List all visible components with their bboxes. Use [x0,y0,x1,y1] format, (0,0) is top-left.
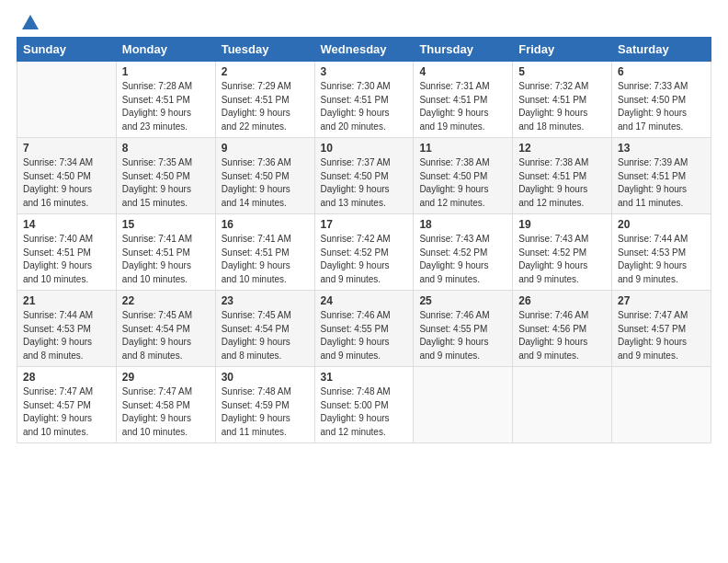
day-number: 27 [618,294,705,307]
day-number: 12 [518,142,606,155]
weekday-header-monday: Monday [116,38,215,62]
day-number: 9 [222,142,309,155]
weekday-header-row: SundayMondayTuesdayWednesdayThursdayFrid… [17,38,711,62]
day-info: Sunrise: 7:42 AM Sunset: 4:52 PM Dayligh… [321,233,408,286]
calendar-cell [612,367,711,443]
day-number: 11 [419,142,506,155]
calendar-cell: 28Sunrise: 7:47 AM Sunset: 4:57 PM Dayli… [17,367,117,443]
calendar-week-3: 14Sunrise: 7:40 AM Sunset: 4:51 PM Dayli… [17,214,711,291]
weekday-header-thursday: Thursday [414,38,513,62]
weekday-header-sunday: Sunday [17,38,117,62]
day-number: 21 [23,294,110,307]
weekday-header-tuesday: Tuesday [215,38,314,62]
calendar-cell: 22Sunrise: 7:45 AM Sunset: 4:54 PM Dayli… [116,291,215,367]
day-number: 5 [518,65,606,78]
svg-marker-0 [22,15,39,29]
calendar-cell: 2Sunrise: 7:29 AM Sunset: 4:51 PM Daylig… [215,62,314,138]
day-info: Sunrise: 7:34 AM Sunset: 4:50 PM Dayligh… [23,156,110,210]
day-info: Sunrise: 7:46 AM Sunset: 4:55 PM Dayligh… [321,309,408,362]
calendar-cell: 19Sunrise: 7:43 AM Sunset: 4:52 PM Dayli… [513,214,612,291]
logo [17,13,40,31]
day-info: Sunrise: 7:37 AM Sunset: 4:50 PM Dayligh… [321,156,408,210]
calendar-cell: 12Sunrise: 7:38 AM Sunset: 4:51 PM Dayli… [513,138,612,214]
day-number: 25 [419,294,506,307]
day-number: 26 [518,294,606,307]
calendar-cell [513,367,612,443]
day-info: Sunrise: 7:48 AM Sunset: 5:00 PM Dayligh… [321,385,408,439]
calendar-cell: 29Sunrise: 7:47 AM Sunset: 4:58 PM Dayli… [116,367,215,443]
calendar-cell: 31Sunrise: 7:48 AM Sunset: 5:00 PM Dayli… [314,367,414,443]
day-info: Sunrise: 7:46 AM Sunset: 4:55 PM Dayligh… [419,309,506,362]
calendar-cell: 16Sunrise: 7:41 AM Sunset: 4:51 PM Dayli… [215,214,314,291]
day-info: Sunrise: 7:44 AM Sunset: 4:53 PM Dayligh… [618,233,705,286]
day-info: Sunrise: 7:47 AM Sunset: 4:57 PM Dayligh… [618,309,705,362]
day-info: Sunrise: 7:31 AM Sunset: 4:51 PM Dayligh… [419,80,506,133]
calendar-cell: 30Sunrise: 7:48 AM Sunset: 4:59 PM Dayli… [215,367,314,443]
calendar-cell: 27Sunrise: 7:47 AM Sunset: 4:57 PM Dayli… [612,291,711,367]
day-info: Sunrise: 7:47 AM Sunset: 4:58 PM Dayligh… [122,385,210,439]
day-info: Sunrise: 7:43 AM Sunset: 4:52 PM Dayligh… [518,233,606,286]
calendar-cell: 6Sunrise: 7:33 AM Sunset: 4:50 PM Daylig… [612,62,711,138]
day-info: Sunrise: 7:45 AM Sunset: 4:54 PM Dayligh… [222,309,309,362]
day-number: 17 [321,218,408,231]
day-number: 3 [321,65,408,78]
day-number: 13 [618,142,705,155]
day-info: Sunrise: 7:35 AM Sunset: 4:50 PM Dayligh… [122,156,210,210]
day-number: 19 [518,218,606,231]
day-info: Sunrise: 7:43 AM Sunset: 4:52 PM Dayligh… [419,233,506,286]
day-number: 30 [222,371,309,384]
day-number: 1 [122,65,210,78]
calendar-cell: 14Sunrise: 7:40 AM Sunset: 4:51 PM Dayli… [17,214,117,291]
calendar-week-4: 21Sunrise: 7:44 AM Sunset: 4:53 PM Dayli… [17,291,711,367]
day-info: Sunrise: 7:47 AM Sunset: 4:57 PM Dayligh… [23,385,110,439]
day-number: 14 [23,218,110,231]
calendar-cell: 5Sunrise: 7:32 AM Sunset: 4:51 PM Daylig… [513,62,612,138]
day-number: 6 [618,65,705,78]
day-number: 28 [23,371,110,384]
logo-icon [20,13,40,33]
day-number: 29 [122,371,210,384]
calendar-cell: 11Sunrise: 7:38 AM Sunset: 4:50 PM Dayli… [414,138,513,214]
day-info: Sunrise: 7:38 AM Sunset: 4:50 PM Dayligh… [419,156,506,210]
day-info: Sunrise: 7:41 AM Sunset: 4:51 PM Dayligh… [222,233,309,286]
day-info: Sunrise: 7:45 AM Sunset: 4:54 PM Dayligh… [122,309,210,362]
day-number: 10 [321,142,408,155]
calendar-cell: 17Sunrise: 7:42 AM Sunset: 4:52 PM Dayli… [314,214,414,291]
calendar-cell: 25Sunrise: 7:46 AM Sunset: 4:55 PM Dayli… [414,291,513,367]
calendar-cell: 23Sunrise: 7:45 AM Sunset: 4:54 PM Dayli… [215,291,314,367]
day-number: 24 [321,294,408,307]
calendar-cell: 8Sunrise: 7:35 AM Sunset: 4:50 PM Daylig… [116,138,215,214]
calendar-cell: 13Sunrise: 7:39 AM Sunset: 4:51 PM Dayli… [612,138,711,214]
day-number: 20 [618,218,705,231]
day-info: Sunrise: 7:48 AM Sunset: 4:59 PM Dayligh… [222,385,309,439]
day-number: 22 [122,294,210,307]
calendar-cell: 21Sunrise: 7:44 AM Sunset: 4:53 PM Dayli… [17,291,117,367]
calendar-cell: 20Sunrise: 7:44 AM Sunset: 4:53 PM Dayli… [612,214,711,291]
day-number: 7 [23,142,110,155]
day-number: 4 [419,65,506,78]
calendar-week-1: 1Sunrise: 7:28 AM Sunset: 4:51 PM Daylig… [17,62,711,138]
calendar-table: SundayMondayTuesdayWednesdayThursdayFrid… [17,37,711,443]
header [17,9,711,31]
day-info: Sunrise: 7:41 AM Sunset: 4:51 PM Dayligh… [122,233,210,286]
calendar-cell: 9Sunrise: 7:36 AM Sunset: 4:50 PM Daylig… [215,138,314,214]
day-info: Sunrise: 7:29 AM Sunset: 4:51 PM Dayligh… [222,80,309,133]
day-info: Sunrise: 7:38 AM Sunset: 4:51 PM Dayligh… [518,156,606,210]
calendar-cell: 4Sunrise: 7:31 AM Sunset: 4:51 PM Daylig… [414,62,513,138]
calendar-cell: 18Sunrise: 7:43 AM Sunset: 4:52 PM Dayli… [414,214,513,291]
day-number: 15 [122,218,210,231]
calendar-cell: 24Sunrise: 7:46 AM Sunset: 4:55 PM Dayli… [314,291,414,367]
day-number: 18 [419,218,506,231]
day-info: Sunrise: 7:32 AM Sunset: 4:51 PM Dayligh… [518,80,606,133]
day-number: 2 [222,65,309,78]
main-container: SundayMondayTuesdayWednesdayThursdayFrid… [0,0,728,453]
weekday-header-friday: Friday [513,38,612,62]
day-info: Sunrise: 7:33 AM Sunset: 4:50 PM Dayligh… [618,80,705,133]
calendar-cell: 3Sunrise: 7:30 AM Sunset: 4:51 PM Daylig… [314,62,414,138]
day-info: Sunrise: 7:36 AM Sunset: 4:50 PM Dayligh… [222,156,309,210]
calendar-cell: 26Sunrise: 7:46 AM Sunset: 4:56 PM Dayli… [513,291,612,367]
day-number: 16 [222,218,309,231]
day-info: Sunrise: 7:46 AM Sunset: 4:56 PM Dayligh… [518,309,606,362]
weekday-header-saturday: Saturday [612,38,711,62]
calendar-cell [17,62,117,138]
